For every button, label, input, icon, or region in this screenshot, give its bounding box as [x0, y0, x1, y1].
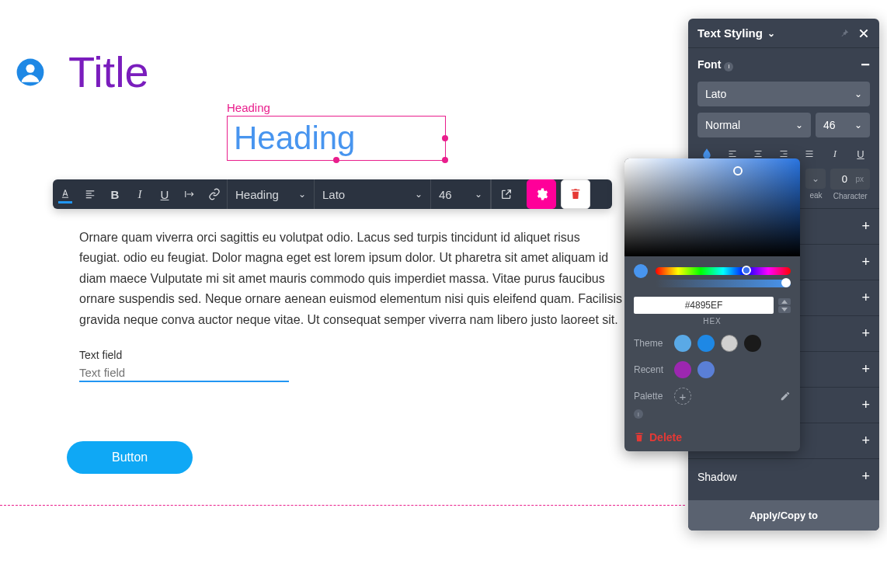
- svg-point-1: [26, 64, 34, 72]
- align-right-icon: [777, 149, 790, 158]
- plus-icon: +: [861, 397, 870, 413]
- delete-color-button[interactable]: Delete: [624, 423, 800, 451]
- hex-input[interactable]: [634, 297, 774, 314]
- resize-handle-br[interactable]: [442, 157, 448, 163]
- body-paragraph[interactable]: Ornare quam viverra orci sagittis eu vol…: [79, 228, 623, 330]
- trash-icon: [569, 188, 582, 200]
- recent-label: Recent: [634, 364, 668, 375]
- info-icon[interactable]: i: [634, 409, 643, 419]
- bold-button[interactable]: B: [103, 179, 127, 209]
- align-left-icon: [726, 149, 739, 158]
- canvas: Title Heading Heading B I U Heading⌄ Lat…: [0, 0, 684, 474]
- italic-toggle[interactable]: I: [826, 145, 844, 162]
- style-select[interactable]: Heading⌄: [227, 179, 314, 209]
- chevron-down-icon: ⌄: [475, 189, 482, 200]
- hex-spin-down[interactable]: [778, 306, 791, 313]
- heading-text[interactable]: Heading: [234, 120, 439, 157]
- character-spacing-input[interactable]: 0px: [830, 169, 870, 190]
- palette-add-button[interactable]: +: [674, 388, 691, 405]
- color-preview: [634, 264, 648, 278]
- delete-button[interactable]: [561, 179, 590, 209]
- page-title[interactable]: Title: [68, 47, 149, 97]
- theme-swatch-2[interactable]: [697, 335, 715, 352]
- font-weight-select[interactable]: Normal⌄: [697, 113, 811, 137]
- link-button[interactable]: [202, 179, 227, 209]
- underline-button[interactable]: U: [152, 179, 177, 209]
- selection-label: Heading: [227, 101, 606, 114]
- alpha-handle[interactable]: [781, 278, 791, 287]
- font-family-select[interactable]: Lato⌄: [697, 82, 870, 106]
- text-color-icon: [58, 185, 72, 204]
- palette-label: Palette: [634, 391, 668, 402]
- recent-swatch-1[interactable]: [674, 361, 691, 378]
- pin-icon[interactable]: [839, 28, 850, 39]
- pencil-icon[interactable]: [780, 391, 791, 402]
- trash-icon: [634, 432, 645, 443]
- indent-icon: [183, 189, 196, 200]
- link-icon: [208, 188, 221, 200]
- text-field-input[interactable]: [79, 364, 289, 382]
- panel-header[interactable]: Text Styling⌄: [688, 19, 879, 47]
- info-icon[interactable]: i: [724, 62, 733, 71]
- bold-icon: B: [111, 188, 120, 201]
- break-select[interactable]: ⌄: [805, 169, 826, 189]
- open-external-button[interactable]: [491, 179, 520, 209]
- align-left-icon: [84, 189, 96, 200]
- color-saturation-area[interactable]: [624, 158, 800, 256]
- break-label: eak: [809, 191, 822, 200]
- hue-slider[interactable]: [656, 267, 791, 275]
- chevron-down-icon: ⌄: [795, 120, 803, 130]
- title-row: Title: [16, 47, 606, 97]
- font-select[interactable]: Lato⌄: [314, 179, 430, 209]
- hue-handle[interactable]: [742, 266, 751, 275]
- underline-icon: U: [857, 148, 864, 160]
- selected-heading-element[interactable]: Heading: [227, 116, 446, 161]
- text-color-button[interactable]: [53, 179, 78, 209]
- font-size-select[interactable]: 46⌄: [816, 113, 870, 137]
- plus-icon: +: [861, 290, 870, 306]
- apply-copy-to-button[interactable]: Apply/Copy to: [688, 500, 879, 531]
- chevron-down-icon: ⌄: [854, 120, 862, 130]
- color-cursor[interactable]: [733, 166, 743, 176]
- align-center-icon: [752, 149, 764, 158]
- theme-swatch-3[interactable]: [721, 335, 738, 352]
- alpha-slider[interactable]: [656, 280, 791, 287]
- text-field-label: Text field: [79, 349, 606, 361]
- plus-icon: +: [861, 218, 870, 235]
- resize-handle-bottom[interactable]: [333, 157, 339, 163]
- chevron-down-icon: ⌄: [854, 89, 862, 99]
- align-justify-button[interactable]: [800, 145, 819, 162]
- chevron-down-icon[interactable]: ⌄: [767, 28, 775, 39]
- shadow-section[interactable]: Shadow+: [688, 458, 879, 494]
- collapse-icon[interactable]: −: [861, 56, 870, 74]
- italic-icon: I: [833, 148, 837, 160]
- underline-icon: U: [161, 188, 169, 201]
- indent-button[interactable]: [177, 179, 202, 209]
- primary-button[interactable]: Button: [67, 441, 193, 474]
- underline-toggle[interactable]: U: [851, 145, 870, 162]
- plus-icon: +: [861, 254, 870, 270]
- align-button[interactable]: [78, 179, 103, 209]
- size-select[interactable]: 46⌄: [430, 179, 491, 209]
- recent-swatch-2[interactable]: [697, 361, 715, 378]
- plus-icon: +: [861, 325, 870, 342]
- plus-icon: +: [861, 361, 870, 378]
- align-justify-icon: [803, 149, 816, 158]
- resize-handle-right[interactable]: [442, 135, 448, 141]
- theme-swatch-4[interactable]: [744, 335, 761, 352]
- section-boundary: [0, 505, 685, 506]
- text-field-wrap: Text field: [79, 349, 606, 382]
- hex-spin-up[interactable]: [778, 298, 791, 305]
- character-label: Character: [833, 192, 868, 200]
- chevron-down-icon: ⌄: [298, 189, 306, 200]
- font-section-header[interactable]: Fonti −: [688, 48, 879, 82]
- theme-swatch-1[interactable]: [674, 335, 691, 352]
- chevron-down-icon: ⌄: [812, 173, 819, 184]
- gear-icon: [534, 187, 548, 201]
- chevron-down-icon: ⌄: [415, 189, 423, 200]
- color-picker: HEX Theme Recent Palette + i Delete: [624, 158, 800, 451]
- italic-button[interactable]: I: [127, 179, 152, 209]
- close-icon[interactable]: [857, 27, 870, 40]
- settings-button[interactable]: [527, 179, 556, 209]
- theme-label: Theme: [634, 338, 668, 349]
